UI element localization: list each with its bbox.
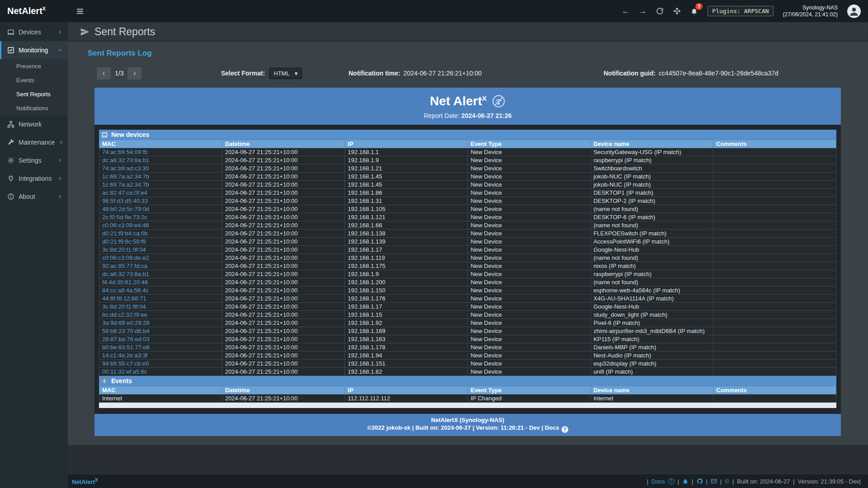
report-preview: Net AlertX Report Date: 2024-06-27 21:26… [94, 88, 841, 436]
app-logo[interactable]: NetAlertX [0, 6, 68, 16]
ip-cell: 192.168.1.151 [345, 360, 468, 368]
event-type-cell: New Device [467, 148, 590, 156]
mac-link[interactable]: 3a:9d:69:e0:29:28 [99, 319, 222, 327]
format-group: Select Format: HTML ▾ [221, 66, 302, 80]
mac-link[interactable]: d0:21:f9:8c:59:f9 [99, 238, 222, 246]
table-row: d0:21:f9:b4:ca:0b 2024-06-27 21:25:21+10… [99, 230, 836, 238]
docs-link[interactable]: Docs [651, 478, 665, 485]
datetime-cell: 2024-06-27 21:25:21+10:00 [222, 205, 345, 213]
mac-link[interactable]: ac:82:47:ca:0f:e4 [99, 189, 222, 197]
mac-link[interactable]: c0:06:c3:09:de:e2 [99, 254, 222, 262]
ip-cell: 192.168.1.94 [345, 352, 468, 360]
mac-link[interactable]: 98:5f:d3:d5:40:33 [99, 197, 222, 205]
mac-link[interactable]: 58:b6:23:70:d6:b4 [99, 327, 222, 335]
mac-link[interactable]: 84:cc:a8:4a:56:4c [99, 286, 222, 295]
mail-icon[interactable] [711, 478, 717, 484]
format-select[interactable]: HTML ▾ [269, 68, 302, 79]
paper-plane-icon [80, 27, 90, 37]
nav-forward-icon[interactable]: → [639, 7, 646, 15]
table-row: 74:ac:b9:ad:c3:30 2024-06-27 21:25:21+10… [99, 164, 836, 173]
datetime-cell: 2024-06-27 21:25:21+10:00 [222, 368, 345, 376]
table-row: 94:b5:55:c7:cb:e0 2024-06-27 21:25:21+10… [99, 360, 836, 368]
hamburger-menu-icon[interactable] [68, 7, 92, 15]
notifications-bell-icon[interactable]: 7 [690, 7, 698, 15]
docs-question-icon[interactable]: ? [561, 426, 568, 433]
copyright-icon[interactable]: © [725, 478, 729, 485]
comments-cell [713, 319, 836, 327]
footer-brand-link[interactable]: NetAlertX [72, 477, 98, 485]
github-icon[interactable] [697, 478, 703, 484]
sidebar-item-settings[interactable]: Settings [0, 151, 68, 169]
ip-cell: 192.168.1.178 [345, 343, 468, 352]
mac-link[interactable]: 2c:f0:5d:9e:73:2c [99, 213, 222, 221]
mac-link[interactable]: c0:06:c3:09:e4:46 [99, 221, 222, 230]
comments-cell [713, 295, 836, 303]
sidebar-item-about[interactable]: About [0, 188, 68, 206]
datetime-cell: 2024-06-27 21:25:21+10:00 [222, 270, 345, 278]
mac-link[interactable]: 28:87:ba:76:ed:03 [99, 335, 222, 343]
mac-link[interactable]: 74:ac:b9:54:09:fb [99, 148, 222, 156]
events-section-bar: Events [99, 376, 836, 386]
mac-link[interactable]: 92:ac:85:77:fd:ca [99, 262, 222, 270]
mac-link[interactable]: b0:be:83:51:77:e8 [99, 343, 222, 352]
sidebar-item-monitoring[interactable]: Monitoring [0, 41, 68, 59]
device-name-cell: (name not found) [590, 205, 713, 213]
table-row: d0:21:f9:8c:59:f9 2024-06-27 21:25:21+10… [99, 238, 836, 246]
mac-link[interactable]: 74:ac:b9:ad:c3:30 [99, 164, 222, 173]
mac-link[interactable]: f4:4d:30:61:20:46 [99, 278, 222, 286]
sidebar-item-integrations[interactable]: Integrations [0, 169, 68, 188]
event-type-cell: New Device [467, 335, 590, 343]
sidebar-item-notifications[interactable]: Notifications [0, 101, 68, 115]
datetime-cell: 2024-06-27 21:25:21+10:00 [222, 278, 345, 286]
datetime-cell: 2024-06-27 21:25:21+10:00 [222, 254, 345, 262]
device-name-cell: unifi (IP match) [590, 368, 713, 376]
mac-link[interactable]: 1c:69:7a:a2:34:7b [99, 181, 222, 189]
datetime-cell: 2024-06-27 21:25:21+10:00 [222, 213, 345, 221]
plugins-status-badge[interactable]: Plugins: ARPSCAN [708, 6, 773, 16]
host-name: Synology-NAS [783, 5, 838, 11]
sidebar-item-devices[interactable]: Devices [0, 23, 68, 41]
mac-link[interactable]: 3c:8d:20:f1:9f:04 [99, 246, 222, 254]
sidebar-item-events[interactable]: Events [0, 73, 68, 87]
sidebar-item-network[interactable]: Network [0, 115, 68, 133]
move-arrows-icon[interactable] [673, 7, 681, 15]
question-circle-icon[interactable]: ? [668, 478, 675, 484]
mac-link[interactable]: 44:6f:f8:12:68:71 [99, 295, 222, 303]
device-name-cell: Google-Nest-Hub [590, 303, 713, 311]
sidebar-item-maintenance[interactable]: Maintenance [0, 133, 68, 151]
notification-count-badge[interactable]: 7 [695, 3, 703, 10]
table-row: 3c:8d:20:f1:9f:04 2024-06-27 21:25:21+10… [99, 303, 836, 311]
mac-link[interactable]: 14:c1:4e:2e:a3:3f [99, 352, 222, 360]
mac-link[interactable]: 00:11:32:ef:a5:6c [99, 368, 222, 376]
mac-link[interactable]: 94:b5:55:c7:cb:e0 [99, 360, 222, 368]
sidebar-item-sent-reports[interactable]: Sent Reports [0, 87, 68, 101]
sent-reports-log-link[interactable]: Sent Reports Log [88, 49, 152, 58]
event-type-cell: New Device [467, 311, 590, 319]
notification-guid: Notification guid: cc44507e-8ea6-48e7-90… [604, 66, 778, 80]
next-page-button[interactable]: › [127, 67, 142, 80]
mac-link[interactable]: bc:dd:c2:32:f9:ee [99, 311, 222, 319]
table-row: 92:ac:85:77:fd:ca 2024-06-27 21:25:21+10… [99, 262, 836, 270]
mac-link[interactable]: dc:a6:32:73:8a:b1 [99, 156, 222, 164]
notification-guid-value: cc44507e-8ea6-48e7-90c1-26de548ca37d [659, 70, 778, 77]
table-row: 28:87:ba:76:ed:03 2024-06-27 21:25:21+10… [99, 335, 836, 343]
mac-link[interactable]: 48:b0:2d:5c:79:0d [99, 205, 222, 213]
mac-link[interactable]: 3c:8d:20:f1:9f:04 [99, 303, 222, 311]
page-indicator: 1/3 [115, 70, 123, 77]
sidebar-item-label: Settings [19, 157, 42, 164]
ip-cell: 192.168.1.175 [345, 262, 468, 270]
navbar-right-cluster: ← → 7 Plugins: ARPSCAN Synology-NAS (27/… [622, 5, 868, 18]
bug-report-icon[interactable] [682, 478, 689, 484]
spacer-row [99, 403, 836, 408]
user-avatar[interactable] [847, 5, 861, 18]
mac-link[interactable]: d0:21:f9:b4:ca:0b [99, 230, 222, 238]
sidebar-item-presence[interactable]: Presence [0, 59, 68, 73]
sidebar-item-label: Integrations [19, 175, 52, 182]
comments-cell [713, 311, 836, 319]
prev-page-button[interactable]: ‹ [97, 67, 111, 80]
mac-link[interactable]: dc:a6:32:73:8a:b1 [99, 270, 222, 278]
refresh-icon[interactable] [656, 7, 664, 15]
mac-link[interactable]: 1c:69:7a:a2:34:7b [99, 173, 222, 181]
device-name-cell: nixos (IP match) [590, 262, 713, 270]
nav-back-icon[interactable]: ← [622, 7, 629, 15]
